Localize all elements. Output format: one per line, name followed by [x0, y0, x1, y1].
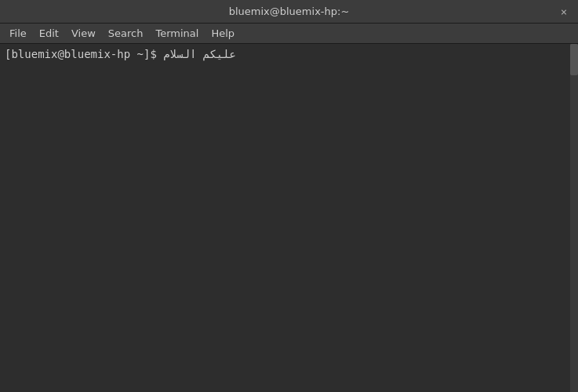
scrollbar-track[interactable]	[570, 44, 578, 392]
terminal-prompt: [bluemix@bluemix-hp ~]$	[5, 47, 163, 63]
menu-view[interactable]: View	[65, 26, 102, 41]
menu-file[interactable]: File	[3, 26, 33, 41]
menu-search[interactable]: Search	[102, 26, 150, 41]
scrollbar-thumb[interactable]	[570, 44, 578, 75]
close-button[interactable]: ×	[556, 4, 572, 20]
menu-help[interactable]: Help	[205, 26, 241, 41]
menu-bar: File Edit View Search Terminal Help	[0, 24, 578, 44]
terminal-window: bluemix@bluemix-hp:~ × File Edit View Se…	[0, 0, 578, 392]
menu-edit[interactable]: Edit	[33, 26, 65, 41]
terminal-body[interactable]: [bluemix@bluemix-hp ~]$ عليكم السلام	[0, 44, 578, 392]
title-bar: bluemix@bluemix-hp:~ ×	[0, 0, 578, 24]
terminal-command: عليكم السلام	[163, 47, 236, 63]
window-title: bluemix@bluemix-hp:~	[229, 5, 350, 17]
terminal-line: [bluemix@bluemix-hp ~]$ عليكم السلام	[5, 47, 573, 63]
menu-terminal[interactable]: Terminal	[149, 26, 205, 41]
